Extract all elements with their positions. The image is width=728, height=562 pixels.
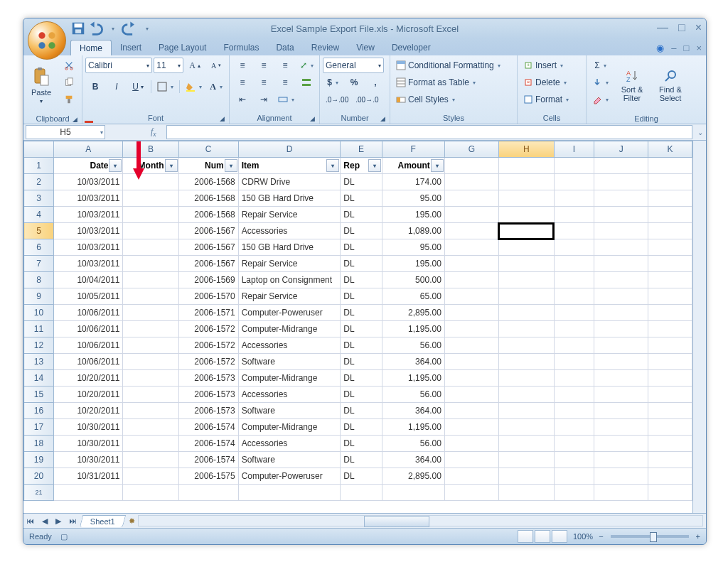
fx-icon[interactable]: fx: [141, 126, 166, 138]
cell-J17[interactable]: [594, 419, 648, 436]
clear-icon[interactable]: [589, 92, 611, 107]
cell-F20[interactable]: 2,895.00: [382, 468, 444, 485]
cell-H15[interactable]: [498, 387, 554, 403]
increase-decimal-icon[interactable]: .0→.00: [323, 92, 351, 107]
cell-H13[interactable]: [498, 354, 554, 370]
cell-G12[interactable]: [444, 337, 498, 354]
cell-J9[interactable]: [594, 288, 648, 305]
ribbon-tab-view[interactable]: View: [348, 40, 383, 55]
col-header-I[interactable]: I: [554, 141, 594, 158]
cell-H2[interactable]: [498, 174, 554, 190]
align-top-icon[interactable]: ≡: [232, 58, 252, 73]
cell-E14[interactable]: DL: [341, 370, 382, 387]
cell-G16[interactable]: [444, 403, 498, 419]
cell-K3[interactable]: [648, 190, 692, 207]
cell-K17[interactable]: [648, 419, 692, 436]
cell-B20[interactable]: [123, 468, 178, 485]
cell-D9[interactable]: Repair Service: [238, 288, 341, 305]
cell-E8[interactable]: DL: [341, 272, 382, 288]
cell-H12[interactable]: [498, 337, 554, 354]
col-header-G[interactable]: G: [444, 141, 498, 158]
cell-I3[interactable]: [554, 190, 594, 207]
cell-F10[interactable]: 2,895.00: [382, 305, 444, 321]
percent-format-icon[interactable]: %: [344, 75, 364, 90]
cell-A21[interactable]: [53, 485, 123, 501]
cell-I20[interactable]: [554, 468, 594, 485]
cell-E13[interactable]: DL: [341, 354, 382, 370]
cell-A16[interactable]: 10/20/2011: [53, 403, 123, 419]
copy-icon[interactable]: [59, 75, 79, 90]
cell-C6[interactable]: 2006-1567: [178, 239, 238, 256]
wrap-text-icon[interactable]: [296, 75, 316, 90]
format-as-table-button[interactable]: Format as Table: [393, 75, 513, 90]
row-header-6[interactable]: 6: [24, 239, 54, 256]
cell-J4[interactable]: [594, 207, 648, 223]
cell-J3[interactable]: [594, 190, 648, 207]
cell-D8[interactable]: Laptop on Consignment: [238, 272, 341, 288]
cell-F9[interactable]: 65.00: [382, 288, 444, 305]
cell-B7[interactable]: [123, 256, 178, 272]
cut-icon[interactable]: [59, 58, 79, 73]
cell-A10[interactable]: 10/06/2011: [53, 305, 123, 321]
cell-K19[interactable]: [648, 452, 692, 468]
cell-B12[interactable]: [123, 337, 178, 354]
cell-G11[interactable]: [444, 321, 498, 337]
cell-C3[interactable]: 2006-1568: [178, 190, 238, 207]
cell-D2[interactable]: CDRW Drive: [238, 174, 341, 190]
cell-F6[interactable]: 95.00: [382, 239, 444, 256]
align-bottom-icon[interactable]: ≡: [275, 58, 295, 73]
cell-I5[interactable]: [554, 223, 594, 239]
cell-K10[interactable]: [648, 305, 692, 321]
cell-I21[interactable]: [554, 485, 594, 501]
row-header-20[interactable]: 20: [24, 468, 54, 485]
cell-E15[interactable]: DL: [341, 387, 382, 403]
doc-close-icon[interactable]: ×: [696, 43, 702, 53]
row-header-19[interactable]: 19: [24, 452, 54, 468]
cell-J18[interactable]: [594, 436, 648, 452]
cell-H21[interactable]: [498, 485, 554, 501]
cell-I8[interactable]: [554, 272, 594, 288]
cell-D21[interactable]: [238, 485, 341, 501]
cell-I16[interactable]: [554, 403, 594, 419]
fill-color-button[interactable]: [183, 79, 205, 94]
ribbon-tab-data[interactable]: Data: [267, 40, 302, 55]
cell-H4[interactable]: [498, 207, 554, 223]
cell-F17[interactable]: 1,195.00: [382, 419, 444, 436]
cell-B14[interactable]: [123, 370, 178, 387]
save-icon[interactable]: [70, 21, 86, 36]
font-launcher-icon[interactable]: ◢: [220, 115, 225, 122]
row-header-16[interactable]: 16: [24, 403, 54, 419]
align-middle-icon[interactable]: ≡: [254, 58, 274, 73]
cell-H10[interactable]: [498, 305, 554, 321]
font-size-combo[interactable]: 11▾: [154, 58, 183, 73]
align-left-icon[interactable]: ≡: [232, 75, 252, 90]
cell-C2[interactable]: 2006-1568: [178, 174, 238, 190]
zoom-slider[interactable]: [611, 535, 689, 538]
cell-I10[interactable]: [554, 305, 594, 321]
cell-C14[interactable]: 2006-1573: [178, 370, 238, 387]
table-header-month[interactable]: Month▾: [123, 158, 178, 174]
cell-H1[interactable]: [498, 158, 554, 174]
cell-F4[interactable]: 195.00: [382, 207, 444, 223]
align-right-icon[interactable]: ≡: [275, 75, 295, 90]
select-all-corner[interactable]: [24, 141, 54, 158]
cell-I1[interactable]: [554, 158, 594, 174]
cell-G17[interactable]: [444, 419, 498, 436]
cell-I18[interactable]: [554, 436, 594, 452]
alignment-launcher-icon[interactable]: ◢: [310, 115, 315, 122]
cell-G21[interactable]: [444, 485, 498, 501]
cell-F11[interactable]: 1,195.00: [382, 321, 444, 337]
cell-C21[interactable]: [178, 485, 238, 501]
cell-H20[interactable]: [498, 468, 554, 485]
cell-A13[interactable]: 10/06/2011: [53, 354, 123, 370]
cell-G7[interactable]: [444, 256, 498, 272]
cell-E17[interactable]: DL: [341, 419, 382, 436]
underline-button[interactable]: U▾: [128, 79, 148, 94]
cell-B15[interactable]: [123, 387, 178, 403]
cell-K11[interactable]: [648, 321, 692, 337]
cell-E5[interactable]: DL: [341, 223, 382, 239]
cell-B8[interactable]: [123, 272, 178, 288]
cell-C18[interactable]: 2006-1574: [178, 436, 238, 452]
row-header-10[interactable]: 10: [24, 305, 54, 321]
row-header-11[interactable]: 11: [24, 321, 54, 337]
